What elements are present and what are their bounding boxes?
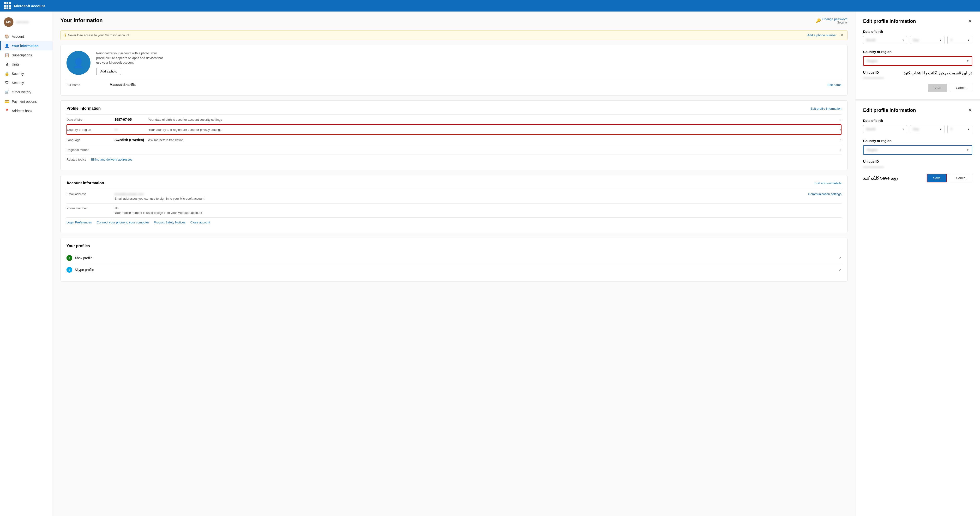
units-icon: 🖥 bbox=[5, 62, 10, 67]
topbar: Microsoft account bbox=[0, 0, 980, 11]
save-button-top[interactable]: Save bbox=[928, 84, 947, 92]
change-password-link[interactable]: 🔑 Change password Security bbox=[816, 17, 848, 24]
edit-panel-top-close-button[interactable]: ✕ bbox=[968, 18, 972, 24]
add-phone-link[interactable]: Add a phone number bbox=[807, 33, 837, 37]
persian-save-instruction: روی Save کلیک کنید bbox=[863, 176, 898, 181]
profile-photo-section: 👤 Personalize your account with a photo.… bbox=[67, 51, 842, 75]
account-info-header: Account information Edit account details bbox=[67, 181, 842, 185]
dob-day-value: Day bbox=[913, 127, 919, 131]
cancel-button-bottom[interactable]: Cancel bbox=[950, 174, 972, 182]
dob-day-select-top[interactable]: Day ▾ bbox=[910, 36, 945, 44]
close-account-link[interactable]: Close account bbox=[190, 221, 210, 224]
xbox-profile-row[interactable]: X Xbox profile ↗ bbox=[67, 252, 842, 264]
dob-row[interactable]: Date of birth 1987-07-05 Your date of bi… bbox=[67, 115, 842, 124]
sidebar-item-label: Units bbox=[12, 62, 19, 66]
billing-link[interactable]: Billing and delivery addresses bbox=[91, 158, 132, 161]
sidebar-item-subscriptions[interactable]: 📋 Subscriptions bbox=[0, 50, 52, 60]
dob-month-value: Month bbox=[866, 127, 876, 131]
sidebar-user-section: MS username bbox=[0, 15, 52, 32]
connect-phone-link[interactable]: Connect your phone to your computer bbox=[97, 221, 149, 224]
change-password-sublabel: Security bbox=[822, 21, 848, 24]
main-header: Your information 🔑 Change password Secur… bbox=[60, 17, 848, 27]
save-button-bottom[interactable]: Save bbox=[927, 174, 947, 182]
product-safety-link[interactable]: Product Safety Notices bbox=[154, 221, 186, 224]
profile-avatar-large: 👤 bbox=[67, 51, 91, 75]
edit-name-link[interactable]: Edit name bbox=[827, 83, 842, 87]
sidebar-item-order-history[interactable]: 🛒 Order history bbox=[0, 88, 52, 97]
app-grid-icon[interactable] bbox=[4, 2, 11, 10]
shield-icon: 🛡 bbox=[5, 81, 10, 85]
profile-info-title: Profile information bbox=[67, 106, 100, 111]
lock-icon: 🔒 bbox=[5, 71, 10, 76]
cancel-button-top[interactable]: Cancel bbox=[950, 84, 972, 92]
uid-value-bottom: ••••••••••••••••••• bbox=[863, 166, 972, 169]
email-label: Email address bbox=[67, 192, 115, 196]
chevron-down-icon: ▾ bbox=[940, 38, 941, 42]
dob-month-select-top[interactable]: Month ▾ bbox=[863, 36, 907, 44]
main-content: Your information 🔑 Change password Secur… bbox=[53, 11, 855, 516]
uid-section-label-bottom: Unique ID bbox=[863, 159, 972, 164]
cor-select-bottom[interactable]: Region ▾ bbox=[863, 145, 972, 155]
sidebar-item-label: Security bbox=[12, 72, 24, 76]
chevron-down-icon: ▾ bbox=[967, 59, 969, 63]
sidebar-item-address-book[interactable]: 📍 Address book bbox=[0, 106, 52, 115]
dob-year-value: Y bbox=[950, 38, 953, 42]
cor-select-value-bottom: Region bbox=[867, 148, 878, 152]
dob-month-select-bottom[interactable]: Month ▾ bbox=[863, 125, 907, 133]
dob-dropdowns-bottom: Month ▾ Day ▾ Y ▾ bbox=[863, 125, 972, 133]
sidebar-item-secrecy[interactable]: 🛡 Secrecy bbox=[0, 78, 52, 88]
sidebar-item-payment-options[interactable]: 💳 Payment options bbox=[0, 97, 52, 106]
account-links-row: Login Preferences Connect your phone to … bbox=[67, 217, 842, 227]
avatar: MS bbox=[4, 17, 13, 27]
dob-month-value: Month bbox=[866, 38, 876, 42]
key-icon: 🔑 bbox=[816, 18, 821, 24]
sidebar-item-label: Secrecy bbox=[12, 81, 24, 85]
sidebar-username: username bbox=[16, 21, 29, 24]
cor-select-top[interactable]: Region ▾ bbox=[863, 56, 972, 66]
right-panel: Edit profile information ✕ Date of birth… bbox=[855, 11, 980, 516]
cor-select-value-top: Region bbox=[867, 59, 878, 63]
regional-format-label: Regional format bbox=[67, 148, 115, 152]
skype-label: Skype profile bbox=[75, 268, 94, 272]
dob-dropdowns-top: Month ▾ Day ▾ Y ▾ bbox=[863, 36, 972, 44]
profile-info-header: Profile information Edit profile informa… bbox=[67, 106, 842, 111]
dob-year-select-bottom[interactable]: Y ▾ bbox=[947, 125, 972, 133]
edit-panel-top-title: Edit profile information bbox=[863, 19, 916, 24]
sidebar-item-label: Payment options bbox=[12, 100, 37, 104]
sidebar-item-account[interactable]: 🏠 Account bbox=[0, 32, 52, 41]
sidebar-item-your-information[interactable]: 👤 Your information bbox=[0, 41, 52, 50]
dob-year-select-top[interactable]: Y ▾ bbox=[947, 36, 972, 44]
email-row: Email address email@example.com Email ad… bbox=[67, 189, 842, 203]
edit-account-link[interactable]: Edit account details bbox=[815, 182, 842, 185]
add-photo-button[interactable]: Add a photo bbox=[96, 68, 121, 75]
cor-section-label-bottom: Country or region bbox=[863, 139, 972, 143]
sidebar-item-label: Subscriptions bbox=[12, 53, 32, 57]
dob-value: 1987-07-05 bbox=[115, 118, 148, 121]
edit-panel-bottom-close-button[interactable]: ✕ bbox=[968, 107, 972, 113]
regional-format-row[interactable]: Regional format › bbox=[67, 145, 842, 154]
sidebar-item-security[interactable]: 🔒 Security bbox=[0, 69, 52, 78]
sidebar-item-units[interactable]: 🖥 Units bbox=[0, 60, 52, 69]
dob-section-label-top: Date of birth bbox=[863, 30, 972, 33]
external-link-icon: ↗ bbox=[838, 256, 842, 260]
banner-close-button[interactable]: ✕ bbox=[840, 33, 843, 37]
chevron-down-icon: ▾ bbox=[968, 38, 969, 42]
chevron-down-icon: ▾ bbox=[967, 148, 969, 152]
skype-profile-row[interactable]: S Skype profile ↗ bbox=[67, 264, 842, 276]
profile-info-card: Profile information Edit profile informa… bbox=[60, 100, 848, 170]
communication-settings-link[interactable]: Communication settings bbox=[808, 192, 842, 196]
edit-panel-bottom-title: Edit profile information bbox=[863, 108, 916, 113]
language-row[interactable]: Language Swedish (Sweden) Ask me before … bbox=[67, 135, 842, 145]
country-region-row[interactable]: Country or region •• Your country and re… bbox=[67, 124, 842, 135]
edit-profile-link[interactable]: Edit profile information bbox=[811, 107, 842, 110]
dob-day-select-bottom[interactable]: Day ▾ bbox=[910, 125, 945, 133]
dob-section-label-bottom: Date of birth bbox=[863, 119, 972, 123]
skype-icon: S bbox=[67, 267, 72, 272]
page-title: Your information bbox=[60, 17, 103, 24]
login-preferences-link[interactable]: Login Preferences bbox=[67, 221, 92, 224]
account-info-title: Account information bbox=[67, 181, 104, 185]
home-icon: 🏠 bbox=[5, 34, 10, 39]
xbox-label: Xbox profile bbox=[75, 256, 92, 260]
payment-icon: 💳 bbox=[5, 99, 10, 104]
phone-value: No bbox=[115, 206, 842, 210]
